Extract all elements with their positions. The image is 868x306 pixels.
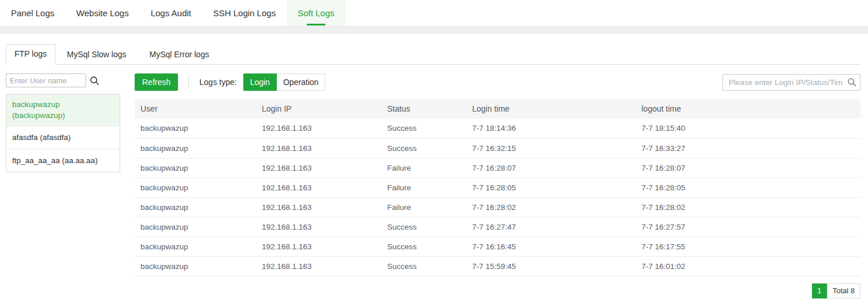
column-header-status: Status <box>381 99 466 119</box>
logout-time-cell: 7-7 16:28:05 <box>636 178 860 197</box>
login-type-button[interactable]: Login <box>243 73 277 91</box>
logout-time-cell: 7-7 16:27:57 <box>636 217 860 237</box>
login-time-cell: 7-7 16:28:05 <box>466 178 636 197</box>
logout-time-cell: 7-7 16:01:02 <box>636 256 860 276</box>
user-list-item[interactable]: afasdfa (afasdfa) <box>6 126 120 149</box>
logs-type-label: Logs type: <box>199 78 237 87</box>
ftp-user-list: backupwazup (backupwazup) afasdfa (afasd… <box>6 94 120 172</box>
logout-time-cell: 7-7 16:28:07 <box>636 158 860 178</box>
login-ip-cell: 192.168.1.163 <box>256 138 381 158</box>
tab-website-logs[interactable]: Website Logs <box>65 0 140 26</box>
log-main-area: Refresh Logs type: Login Operation <box>135 73 860 298</box>
user-cell: backupwazup <box>135 197 256 217</box>
status-cell: Success <box>381 217 466 237</box>
logout-time-cell: 7-7 16:33:27 <box>636 138 860 158</box>
logout-time-cell: 7-7 18:15:40 <box>636 119 860 138</box>
log-search-input[interactable] <box>722 74 860 91</box>
login-time-cell: 7-7 15:59:45 <box>466 256 636 276</box>
status-cell: Success <box>381 119 466 138</box>
soft-logs-panel: FTP logs MySql Slow logs MySql Error log… <box>0 45 868 298</box>
table-row: backupwazup 192.168.1.163 Failure 7-7 16… <box>135 178 860 197</box>
login-time-cell: 7-7 16:16:45 <box>466 237 636 256</box>
user-cell: backupwazup <box>135 237 256 256</box>
search-icon[interactable] <box>90 76 99 86</box>
status-cell: Failure <box>381 197 466 217</box>
login-ip-cell: 192.168.1.163 <box>256 256 381 276</box>
user-cell: backupwazup <box>135 138 256 158</box>
login-ip-cell: 192.168.1.163 <box>256 158 381 178</box>
login-time-cell: 7-7 16:28:02 <box>466 197 636 217</box>
tab-logs-audit[interactable]: Logs Audit <box>140 0 202 26</box>
tab-soft-logs[interactable]: Soft Logs <box>287 0 345 26</box>
login-ip-cell: 192.168.1.163 <box>256 178 381 197</box>
user-list-item[interactable]: ftp_aa_aa_aa (aa.aa.aa) <box>6 149 120 172</box>
user-sidebar: backupwazup (backupwazup) afasdfa (afasd… <box>6 73 120 298</box>
operation-type-button[interactable]: Operation <box>277 73 325 91</box>
top-tab-bar: Panel Logs Website Logs Logs Audit SSH L… <box>0 0 868 27</box>
page-background-strip <box>0 27 868 34</box>
tab-ssh-login-logs[interactable]: SSH Login Logs <box>202 0 287 26</box>
search-icon[interactable] <box>847 78 856 87</box>
user-cell: backupwazup <box>135 256 256 276</box>
user-search-input[interactable] <box>6 73 86 87</box>
column-header-login-ip: Login IP <box>256 99 381 119</box>
table-row: backupwazup 192.168.1.163 Failure 7-7 16… <box>135 158 860 178</box>
pagination: 1 Total 8 <box>135 283 860 298</box>
login-time-cell: 7-7 18:14:36 <box>466 119 636 138</box>
login-time-cell: 7-7 16:32:15 <box>466 138 636 158</box>
logout-time-cell: 7-7 16:28:02 <box>636 197 860 217</box>
column-header-logout-time: logout time <box>636 99 860 119</box>
log-toolbar: Refresh Logs type: Login Operation <box>135 73 860 91</box>
table-row: backupwazup 192.168.1.163 Success 7-7 16… <box>135 217 860 237</box>
login-ip-cell: 192.168.1.163 <box>256 217 381 237</box>
user-cell: backupwazup <box>135 158 256 178</box>
page-1-button[interactable]: 1 <box>812 283 827 298</box>
column-header-login-time: Login time <box>466 99 636 119</box>
refresh-button[interactable]: Refresh <box>135 73 178 91</box>
table-header-row: User Login IP Status Login time logout t… <box>135 99 860 119</box>
log-search-box <box>722 74 860 91</box>
tab-mysql-slow-logs[interactable]: MySql Slow logs <box>55 45 138 64</box>
login-time-cell: 7-7 16:28:07 <box>466 158 636 178</box>
status-cell: Failure <box>381 178 466 197</box>
table-row: backupwazup 192.168.1.163 Failure 7-7 16… <box>135 197 860 217</box>
user-cell: backupwazup <box>135 119 256 138</box>
ftp-login-log-table: User Login IP Status Login time logout t… <box>135 99 860 276</box>
logout-time-cell: 7-7 16:17:55 <box>636 237 860 256</box>
toolbar-divider <box>188 75 189 90</box>
user-cell: backupwazup <box>135 217 256 237</box>
table-row: backupwazup 192.168.1.163 Success 7-7 16… <box>135 237 860 256</box>
user-cell: backupwazup <box>135 178 256 197</box>
login-time-cell: 7-7 16:27:47 <box>466 217 636 237</box>
login-ip-cell: 192.168.1.163 <box>256 119 381 138</box>
table-row: backupwazup 192.168.1.163 Success 7-7 16… <box>135 138 860 158</box>
tab-ftp-logs[interactable]: FTP logs <box>6 44 55 65</box>
tab-panel-logs[interactable]: Panel Logs <box>0 0 65 26</box>
login-ip-cell: 192.168.1.163 <box>256 197 381 217</box>
table-row: backupwazup 192.168.1.163 Success 7-7 18… <box>135 119 860 138</box>
status-cell: Success <box>381 138 466 158</box>
status-cell: Success <box>381 237 466 256</box>
status-cell: Success <box>381 256 466 276</box>
total-count-label: Total 8 <box>827 283 860 298</box>
sub-tab-bar: FTP logs MySql Slow logs MySql Error log… <box>6 45 860 65</box>
logs-type-toggle: Login Operation <box>243 73 326 91</box>
table-row: backupwazup 192.168.1.163 Success 7-7 15… <box>135 256 860 276</box>
tab-mysql-error-logs[interactable]: MySql Error logs <box>138 45 220 64</box>
user-list-item[interactable]: backupwazup (backupwazup) <box>6 94 120 126</box>
column-header-user: User <box>135 99 256 119</box>
status-cell: Failure <box>381 158 466 178</box>
login-ip-cell: 192.168.1.163 <box>256 237 381 256</box>
